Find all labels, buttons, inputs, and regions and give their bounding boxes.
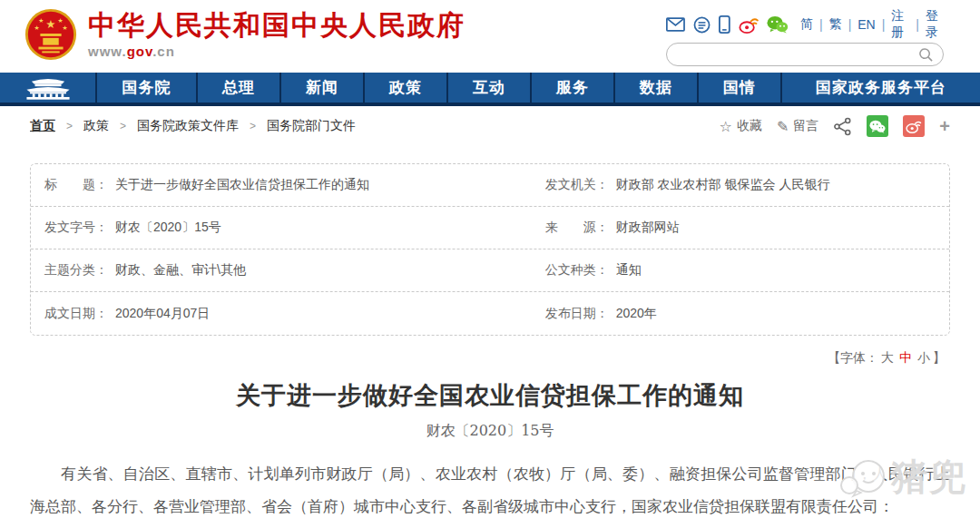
meta-row-category: 主题分类： 财政、金融、审计\其他 公文种类： 通知 [31,249,949,292]
more-share-button[interactable]: + [939,116,950,137]
wechat-icon[interactable] [767,15,789,34]
svg-text:★: ★ [62,24,67,31]
meta-doc-number: 发文字号： 财农〔2020〕15号 [31,220,545,236]
font-size-small-button[interactable]: 小 [917,350,930,365]
separator: | [848,17,852,32]
meta-value: 2020年04月07日 [115,306,210,322]
nav-item-shuju[interactable]: 数据 [615,73,699,103]
nav-item-zongli[interactable]: 总理 [198,73,281,103]
site-brand[interactable]: ★ ★ ★ ★ ★ 中华人民共和国中央人民政府 www.gov.cn [23,6,466,63]
comment-label: 留言 [793,118,818,134]
nav-item-guowuyuan[interactable]: 国务院 [97,73,198,103]
brand-text: 中华人民共和国中央人民政府 www.gov.cn [88,6,466,59]
meta-publish-date: 发布日期： 2020年 [545,306,949,322]
share-icon[interactable] [833,117,852,136]
font-size-widget: 【字体：大中小】 [0,350,946,367]
login-link[interactable]: 登录 [926,8,944,41]
meta-label: 发布日期： [545,306,609,322]
svg-text:★: ★ [38,17,44,24]
mobile-icon[interactable] [719,15,730,34]
meta-label: 发文字号： [44,220,108,236]
header-icon-row: 简 | 繁 | EN | 注册 | 登录 [666,14,944,35]
meta-row-title: 标 题： 关于进一步做好全国农业信贷担保工作的通知 发文机关： 财政部 农业农村… [31,164,949,207]
url-gov: gov [127,44,153,59]
breadcrumb-row: 首页 > 政策 > 国务院政策文件库 > 国务院部门文件 ☆ 收藏 ✎ 留言 [0,106,980,146]
url-cn: .cn [152,44,175,59]
nav-item-zhengce[interactable]: 政策 [365,73,448,103]
meta-value: 财政、金融、审计\其他 [115,262,246,279]
lang-english[interactable]: EN [858,17,875,32]
meta-value: 关于进一步做好全国农业信贷担保工作的通知 [115,177,369,193]
lang-links: 简 | 繁 | EN | 注册 | 登录 [800,8,944,41]
meta-written-date: 成文日期： 2020年04月07日 [31,306,545,322]
meta-issuing-agency: 发文机关： 财政部 农业农村部 银保监会 人民银行 [545,177,949,193]
meta-value: 财政部 农业农村部 银保监会 人民银行 [616,177,830,193]
document-body-paragraph: 有关省、自治区、直辖市、计划单列市财政厅（局）、农业农村（农牧）厅（局、委）、融… [30,458,950,523]
meta-value: 财政部网站 [616,220,680,236]
share-weibo-button[interactable] [903,115,925,137]
search-icon[interactable] [918,47,934,63]
lang-simplified[interactable]: 简 [800,16,813,33]
breadcrumb: 首页 > 政策 > 国务院政策文件库 > 国务院部门文件 [30,118,356,134]
wechat-icon [869,120,886,133]
breadcrumb-dept-docs[interactable]: 国务院部门文件 [267,118,356,134]
weibo-icon [906,119,922,133]
search-input[interactable] [676,48,918,62]
meta-label: 公文种类： [545,262,609,279]
meta-label: 主题分类： [44,262,108,279]
header-right: 简 | 繁 | EN | 注册 | 登录 [666,14,944,66]
site-header: ★ ★ ★ ★ ★ 中华人民共和国中央人民政府 www.gov.cn [0,0,980,73]
breadcrumb-policy-library[interactable]: 国务院政策文件库 [137,118,239,134]
meta-title: 标 题： 关于进一步做好全国农业信贷担保工作的通知 [31,177,545,193]
svg-text:★: ★ [58,17,64,24]
svg-text:★: ★ [34,24,39,31]
meta-source: 来 源： 财政部网站 [545,220,949,236]
meta-label: 标 题： [44,177,108,193]
font-size-large-button[interactable]: 大 [881,350,894,365]
svg-text:★: ★ [45,18,55,31]
breadcrumb-zhengce[interactable]: 政策 [83,118,109,134]
register-link[interactable]: 注册 [891,8,909,41]
meta-label: 发文机关： [545,177,609,193]
lang-traditional[interactable]: 繁 [829,16,842,33]
document-title: 关于进一步做好全国农业信贷担保工作的通知 [0,379,980,412]
mail-icon[interactable] [666,16,685,33]
nav-item-hudong[interactable]: 互动 [448,73,532,103]
tiananmen-icon [22,76,74,100]
separator: | [916,17,919,32]
breadcrumb-separator: > [250,120,256,132]
pencil-icon: ✎ [777,118,789,135]
nav-item-fuwu[interactable]: 服务 [532,73,615,103]
separator: | [819,17,823,32]
meta-topic-category: 主题分类： 财政、金融、审计\其他 [31,262,545,279]
breadcrumb-separator: > [66,120,73,132]
favorite-button[interactable]: ☆ 收藏 [720,118,762,135]
comment-button[interactable]: ✎ 留言 [777,118,818,135]
weibo-icon[interactable] [739,15,760,34]
font-widget-suffix: 】 [933,350,946,365]
font-size-medium-button[interactable]: 中 [899,350,912,365]
meta-row-dates: 成文日期： 2020年04月07日 发布日期： 2020年 [31,292,949,335]
meta-doc-type: 公文种类： 通知 [545,262,949,279]
site-url: www.gov.cn [88,44,466,59]
nav-item-xinwen[interactable]: 新闻 [281,73,365,103]
message-icon[interactable] [693,15,710,34]
meta-value: 2020年 [616,306,657,322]
site-title: 中华人民共和国中央人民政府 [88,10,466,41]
meta-label: 来 源： [545,220,609,236]
main-nav: 国务院 总理 新闻 政策 互动 服务 数据 国情 国家政务服务平台 [0,73,980,106]
meta-value: 通知 [616,262,642,279]
separator: | [882,17,886,32]
favorite-label: 收藏 [737,118,762,134]
national-emblem-icon: ★ ★ ★ ★ ★ [23,6,79,63]
meta-label: 成文日期： [44,306,108,322]
share-wechat-button[interactable] [867,115,888,137]
breadcrumb-home[interactable]: 首页 [30,118,55,134]
search-box[interactable] [666,43,944,66]
nav-item-guoqing[interactable]: 国情 [699,73,782,103]
breadcrumb-separator: > [120,120,126,132]
url-www: www. [88,44,127,59]
document-meta-table: 标 题： 关于进一步做好全国农业信贷担保工作的通知 发文机关： 财政部 农业农村… [30,163,950,336]
nav-item-zhengwu-platform[interactable]: 国家政务服务平台 [782,73,980,103]
nav-home-tiananmen[interactable] [0,73,97,103]
